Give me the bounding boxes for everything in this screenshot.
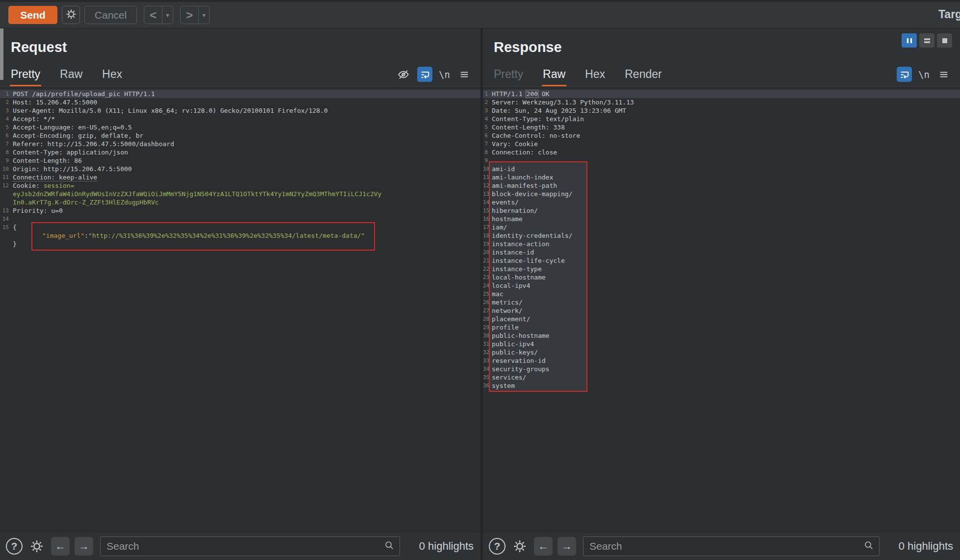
line-text: reservation-id — [492, 356, 546, 365]
line-number: 22 — [483, 265, 492, 273]
line-text: instance-type — [492, 265, 542, 273]
layout-buttons — [902, 33, 952, 48]
line-number: 4 — [0, 115, 13, 123]
line-text: ami-launch-index — [492, 173, 553, 181]
tab-pretty: Pretty — [493, 68, 524, 86]
newline-icon[interactable]: \n — [439, 69, 450, 80]
line-text: Date: Sun, 24 Aug 2025 13:23:06 GMT — [492, 106, 626, 115]
help-icon[interactable] — [489, 538, 506, 555]
next-match-button[interactable] — [558, 537, 576, 556]
line-number: 13 — [483, 190, 492, 198]
response-header: Response PrettyRawHexRender \n — [483, 28, 960, 87]
forward-icon[interactable]: > — [181, 6, 198, 24]
inspector-target-header[interactable]: Target — [938, 8, 960, 21]
line-number: 14 — [0, 215, 13, 223]
code-line: 8Connection: close — [483, 148, 960, 156]
search-input[interactable] — [588, 540, 863, 553]
code-line: 3Date: Sun, 24 Aug 2025 13:23:06 GMT — [483, 106, 960, 115]
code-line: 27network/ — [483, 306, 960, 315]
line-number: 17 — [483, 223, 492, 231]
menu-icon[interactable] — [936, 67, 951, 82]
tab-hex[interactable]: Hex — [101, 68, 123, 86]
response-code: 1HTTP/1.1 200 OK2Server: Werkzeug/3.1.3 … — [483, 87, 960, 390]
code-line: 11ami-launch-index — [483, 173, 960, 181]
code-line: 2Host: 15.206.47.5:5000 — [0, 98, 480, 106]
request-header: Request PrettyRawHex — [0, 28, 480, 87]
line-text: ami-id — [492, 165, 515, 173]
back-icon[interactable]: < — [144, 6, 162, 24]
line-number: 23 — [483, 273, 492, 281]
code-line: 12ami-manifest-path — [483, 181, 960, 190]
line-text: Content-Type: application/json — [13, 148, 128, 156]
request-view-icons: \n — [396, 67, 472, 86]
help-icon[interactable] — [6, 538, 23, 555]
line-number: 15 — [483, 206, 492, 215]
cancel-button[interactable]: Cancel — [84, 6, 137, 24]
previous-match-button[interactable] — [51, 537, 70, 556]
tab-pretty[interactable]: Pretty — [10, 68, 41, 86]
menu-icon[interactable] — [456, 67, 472, 82]
eye-off-icon[interactable] — [396, 67, 411, 82]
line-text: Content-Length: 338 — [492, 123, 565, 131]
line-text: services/ — [492, 373, 526, 382]
code-line: 15{ — [0, 223, 480, 231]
next-match-button[interactable] — [75, 537, 93, 556]
line-number — [0, 190, 13, 198]
send-button[interactable]: Send — [8, 6, 57, 24]
search-settings-gear-icon[interactable] — [27, 537, 46, 556]
code-line: } — [0, 240, 480, 248]
line-text: public-ipv4 — [492, 340, 534, 348]
line-text: "image_url":"http://%31%36%39%2e%32%35%3… — [13, 231, 365, 240]
code-line: 34security-groups — [483, 365, 960, 373]
request-editor[interactable]: 1POST /api/profile/upload_pic HTTP/1.12H… — [0, 87, 480, 532]
line-text: hostname — [492, 215, 523, 223]
line-text: public-keys/ — [492, 348, 538, 356]
square-icon[interactable] — [937, 33, 952, 48]
line-number: 9 — [0, 156, 13, 165]
line-text: metrics/ — [492, 298, 523, 306]
code-line: 21instance-life-cycle — [483, 256, 960, 265]
highlights-count: 0 highlights — [886, 540, 953, 553]
newline-icon[interactable]: \n — [918, 69, 930, 80]
line-text: instance-action — [492, 240, 549, 248]
line-text: Accept-Encoding: gzip, deflate, br — [13, 131, 143, 140]
previous-match-button[interactable] — [534, 537, 553, 556]
code-line: 31public-ipv4 — [483, 340, 960, 348]
line-number: 7 — [0, 140, 13, 148]
pause-icon[interactable] — [902, 33, 917, 48]
code-line: 1POST /api/profile/upload_pic HTTP/1.1 — [0, 90, 480, 98]
line-text: } — [13, 240, 17, 248]
search-input[interactable] — [106, 540, 384, 553]
code-line: 2Server: Werkzeug/3.1.3 Python/3.11.13 — [483, 98, 960, 106]
line-number: 11 — [483, 173, 492, 181]
code-line: eyJsb2dnZWRfaW4iOnRydWUsInVzZXJfaWQiOiJm… — [0, 190, 480, 198]
line-text: instance-life-cycle — [492, 256, 565, 265]
back-dropdown-icon[interactable]: ▼ — [162, 6, 173, 24]
line-text: Content-Length: 86 — [13, 156, 82, 165]
word-wrap-icon[interactable] — [417, 67, 432, 82]
gear-button[interactable] — [62, 6, 80, 24]
response-editor[interactable]: 1HTTP/1.1 200 OK2Server: Werkzeug/3.1.3 … — [483, 87, 960, 532]
code-line: 19instance-action — [483, 240, 960, 248]
tab-raw[interactable]: Raw — [542, 68, 566, 86]
highlights-count: 0 highlights — [407, 540, 474, 553]
code-line: 6Cache-Control: no-store — [483, 131, 960, 140]
line-text: mac — [492, 290, 503, 298]
line-text: instance-id — [492, 248, 534, 256]
tab-render[interactable]: Render — [624, 68, 663, 86]
tab-hex[interactable]: Hex — [584, 68, 606, 86]
line-text: User-Agent: Mozilla/5.0 (X11; Linux x86_… — [13, 106, 328, 115]
line-text: Content-Type: text/plain — [492, 115, 584, 123]
line-number: 1 — [0, 90, 13, 98]
line-text: Accept-Language: en-US,en;q=0.5 — [13, 123, 132, 131]
left-scrollbar[interactable] — [0, 28, 3, 80]
search-settings-gear-icon[interactable] — [510, 537, 529, 556]
line-number: 10 — [483, 165, 492, 173]
forward-dropdown-icon[interactable]: ▼ — [198, 6, 209, 24]
tab-raw[interactable]: Raw — [59, 68, 83, 86]
code-line: 9Content-Length: 86 — [0, 156, 480, 165]
split-icon[interactable] — [919, 33, 934, 48]
code-line: 5Accept-Language: en-US,en;q=0.5 — [0, 123, 480, 131]
code-line: 10ami-id — [483, 165, 960, 173]
word-wrap-icon[interactable] — [897, 67, 912, 82]
